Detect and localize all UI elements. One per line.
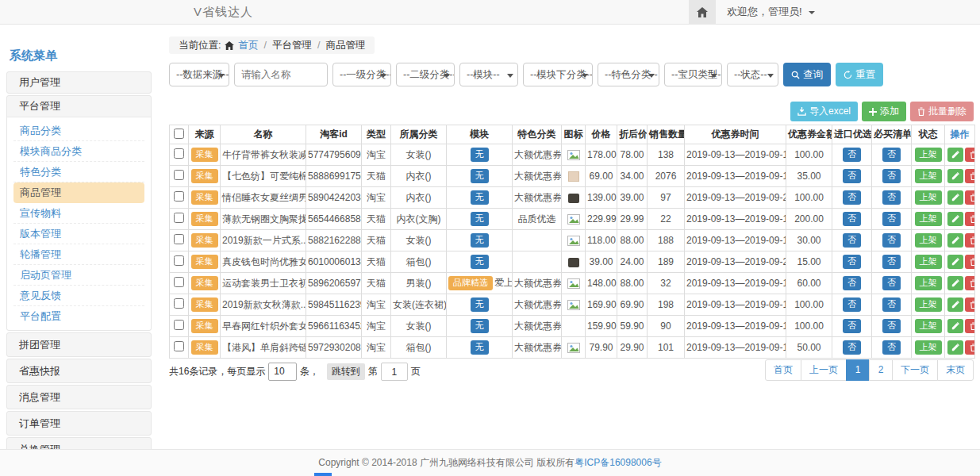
status-badge[interactable]: 上架 (915, 319, 942, 332)
row-checkbox[interactable] (174, 298, 184, 309)
sidebar-item-5[interactable]: 版本管理 (13, 224, 144, 244)
user-menu[interactable]: 欢迎您，管理员! (727, 0, 815, 24)
delete-button[interactable] (965, 190, 975, 205)
sidebar-item-9[interactable]: 平台配置 (13, 306, 144, 327)
reset-button[interactable]: 重置 (836, 63, 883, 86)
status-badge[interactable]: 上架 (915, 340, 942, 354)
must-buy-badge[interactable]: 否 (882, 233, 901, 247)
delete-button[interactable] (965, 233, 975, 248)
edit-button[interactable] (947, 255, 963, 269)
import-select-badge[interactable]: 否 (843, 148, 861, 161)
delete-button[interactable] (965, 169, 975, 183)
page-size-select[interactable]: 10 (268, 363, 296, 381)
sidebar-item-3[interactable]: 商品管理 (13, 182, 144, 203)
filter-module-select[interactable]: --模块-- (459, 63, 518, 86)
page-button-2[interactable]: 2 (869, 359, 893, 381)
select-all-checkbox[interactable] (174, 129, 184, 139)
sidebar-item-6[interactable]: 轮播管理 (13, 244, 144, 265)
sidebar-group-5[interactable]: 订单管理 (7, 412, 151, 435)
must-buy-badge[interactable]: 否 (882, 212, 901, 225)
status-badge[interactable]: 上架 (915, 276, 942, 290)
row-checkbox[interactable] (174, 148, 184, 159)
row-checkbox[interactable] (174, 255, 184, 266)
import-select-badge[interactable]: 否 (843, 298, 861, 311)
sidebar-group-0[interactable]: 用户管理 (7, 72, 151, 93)
page-button-末页[interactable]: 末页 (937, 359, 974, 381)
import-excel-button[interactable]: 导入excel (790, 102, 858, 121)
page-button-1[interactable]: 1 (846, 359, 870, 381)
import-select-badge[interactable]: 否 (843, 319, 861, 332)
page-button-下一页[interactable]: 下一页 (892, 359, 938, 381)
search-input[interactable] (234, 63, 328, 86)
delete-button[interactable] (965, 148, 975, 162)
add-button[interactable]: 添加 (862, 102, 906, 121)
edit-button[interactable] (947, 212, 963, 226)
sidebar-item-8[interactable]: 意见反馈 (13, 286, 144, 306)
must-buy-badge[interactable]: 否 (882, 340, 901, 354)
sidebar-item-1[interactable]: 模块商品分类 (13, 141, 144, 162)
status-badge[interactable]: 上架 (915, 169, 942, 182)
filter-feature-category-select[interactable]: --特色分类-- (598, 63, 659, 86)
row-checkbox[interactable] (174, 234, 184, 244)
sidebar-group-2[interactable]: 拼团管理 (7, 333, 151, 356)
sidebar-group-4[interactable]: 消息管理 (7, 386, 151, 409)
edit-button[interactable] (947, 169, 963, 183)
status-badge[interactable]: 上架 (915, 255, 942, 268)
row-checkbox[interactable] (174, 341, 184, 351)
breadcrumb-home[interactable]: 首页 (238, 36, 258, 54)
import-select-badge[interactable]: 否 (843, 190, 861, 204)
edit-button[interactable] (947, 276, 963, 290)
row-checkbox[interactable] (174, 191, 184, 202)
home-button[interactable] (689, 0, 716, 24)
icp-link[interactable]: 粤ICP备16098006号 (575, 456, 661, 470)
delete-button[interactable] (965, 212, 975, 226)
must-buy-badge[interactable]: 否 (882, 190, 901, 204)
status-badge[interactable]: 上架 (915, 190, 942, 204)
status-badge[interactable]: 上架 (915, 233, 942, 247)
import-select-badge[interactable]: 否 (843, 255, 861, 268)
filter-level1-category-select[interactable]: --一级分类-- (332, 63, 391, 86)
filter-module-subcategory-select[interactable]: --模块下分类-- (523, 63, 593, 86)
filter-item-type-select[interactable]: --宝贝类型-- (664, 63, 722, 86)
delete-button[interactable] (965, 276, 975, 290)
edit-button[interactable] (947, 190, 963, 205)
jump-button[interactable]: 跳转到 (327, 363, 365, 380)
sidebar-group-3[interactable]: 省惠快报 (7, 359, 151, 382)
sidebar-item-7[interactable]: 启动页管理 (13, 265, 144, 286)
delete-button[interactable] (965, 255, 975, 269)
row-checkbox[interactable] (174, 170, 184, 180)
filter-status-select[interactable]: --状态-- (727, 63, 778, 86)
edit-button[interactable] (947, 298, 963, 312)
edit-button[interactable] (947, 233, 963, 248)
jump-page-input[interactable] (381, 363, 408, 381)
sidebar-item-2[interactable]: 特色分类 (13, 162, 144, 182)
import-select-badge[interactable]: 否 (843, 212, 861, 225)
edit-button[interactable] (947, 340, 963, 355)
import-select-badge[interactable]: 否 (843, 233, 861, 247)
query-button[interactable]: 查询 (783, 63, 831, 86)
must-buy-badge[interactable]: 否 (882, 148, 901, 161)
filter-level2-category-select[interactable]: --二级分类-- (396, 63, 455, 86)
must-buy-badge[interactable]: 否 (882, 276, 901, 290)
must-buy-badge[interactable]: 否 (882, 298, 901, 311)
delete-button[interactable] (965, 340, 975, 355)
must-buy-badge[interactable]: 否 (882, 255, 901, 268)
row-checkbox[interactable] (174, 320, 184, 330)
filter-data-source-select[interactable]: --数据来源-- (169, 63, 229, 86)
page-button-上一页[interactable]: 上一页 (801, 359, 847, 381)
edit-button[interactable] (947, 148, 963, 162)
must-buy-badge[interactable]: 否 (882, 169, 901, 182)
sidebar-item-0[interactable]: 商品分类 (13, 121, 144, 141)
delete-button[interactable] (965, 319, 975, 333)
delete-button[interactable] (965, 298, 975, 312)
page-button-首页[interactable]: 首页 (765, 359, 801, 381)
import-select-badge[interactable]: 否 (843, 169, 861, 182)
status-badge[interactable]: 上架 (915, 298, 942, 311)
must-buy-badge[interactable]: 否 (882, 319, 901, 332)
sidebar-item-4[interactable]: 宣传物料 (13, 203, 144, 224)
edit-button[interactable] (947, 319, 963, 333)
row-checkbox[interactable] (174, 277, 184, 287)
batch-delete-button[interactable]: 批量删除 (910, 102, 974, 121)
sidebar-group-1[interactable]: 平台管理 (7, 96, 151, 117)
import-select-badge[interactable]: 否 (843, 340, 861, 354)
